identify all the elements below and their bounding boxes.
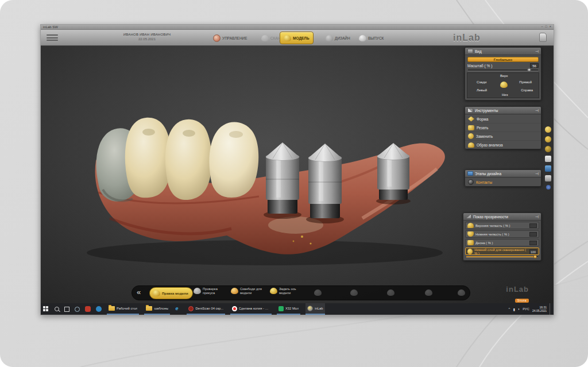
taskbar-window-x32[interactable]: X32 Мол (277, 303, 300, 315)
disabled-step-icon (458, 289, 465, 296)
pinned-app-blue-icon[interactable] (96, 306, 102, 312)
phase-tab-administration[interactable]: УПРАВЛЕНИЕ (213, 32, 247, 44)
phase-tab-label: МОДЕЛЬ (293, 36, 310, 40)
scale-slider-knob[interactable] (527, 68, 531, 72)
browser-app-icon (232, 306, 237, 311)
phase-tab-label: УПРАВЛЕНИЕ (222, 36, 247, 40)
jaw-tool-icon[interactable] (545, 146, 551, 152)
view-top-button[interactable]: Верх (500, 74, 508, 78)
view-left-button[interactable]: Левый (477, 88, 487, 92)
global-view-button[interactable]: Глобально (467, 57, 539, 62)
panel-pin-icon[interactable]: ⊣ (535, 215, 539, 219)
taskbar-window-label: Сделана копия - Ян... (239, 307, 270, 310)
view-direction-box: Верх Сзади Прямой Левый Справа Низ (467, 72, 539, 98)
disabled-step-icon (350, 289, 358, 296)
step-label: Правка модели (162, 292, 188, 295)
stepbar-back-button[interactable]: « (137, 288, 140, 296)
tool-item-cut[interactable]: Резать (465, 123, 541, 132)
panel-pin-icon[interactable]: ⊣ (535, 49, 539, 53)
window-titlebar[interactable]: inLab SW – □ × (41, 25, 554, 30)
taskbar-window-label: Рабочий стол (117, 307, 137, 310)
replace-tool-icon (468, 133, 474, 139)
notes-tool-icon[interactable] (545, 175, 551, 181)
pinned-app-red-icon[interactable] (85, 306, 91, 312)
transparency-slider-knob[interactable] (533, 255, 537, 258)
dot-tool-icon[interactable] (546, 185, 551, 190)
show-desktop-button[interactable] (550, 303, 551, 315)
row-label: Верхняя челюсть ( % ) (475, 224, 510, 227)
green-app-icon (278, 306, 284, 311)
tool-item-analysis[interactable]: Образ анализа (465, 140, 541, 149)
tray-expand-icon[interactable]: ^ (509, 307, 510, 311)
people-icon[interactable] (75, 307, 80, 312)
tools-panel-header[interactable]: Инструменты ⊣ (465, 107, 541, 114)
taskbar-window-label: DentScan 04 скр... (195, 307, 223, 310)
panel-pin-icon[interactable]: ⊣ (535, 109, 539, 113)
edge-browser-icon[interactable]: e (175, 306, 181, 312)
scale-label: Масштаб ( % ) (467, 64, 492, 68)
inlab-app-icon (307, 306, 313, 311)
analysis-tool-icon (468, 142, 474, 148)
app-header: ИВАНОВ ИВАН ИВАНОВИЧ 22.05.2021 УПРАВЛЕН… (41, 30, 554, 46)
glove-help-icon[interactable] (539, 33, 547, 42)
row-value (529, 223, 537, 228)
3d-viewport[interactable]: Вид ⊣ Глобально Масштаб ( % ) 56 Верх Сз… (41, 46, 554, 303)
menu-hamburger-icon[interactable] (47, 34, 58, 43)
disabled-step-icon (314, 289, 322, 296)
step-edit-model-active[interactable]: Правка модели (149, 287, 193, 299)
window-title: inLab SW (43, 25, 58, 29)
search-icon[interactable] (55, 307, 59, 311)
maximize-button[interactable]: □ (545, 25, 547, 29)
taskbar-window-templates-folder[interactable]: шаблоны (144, 303, 170, 315)
start-button-icon[interactable] (43, 306, 49, 312)
scale-value: 56 (530, 63, 539, 68)
tool-item-form[interactable]: Форма (465, 114, 541, 123)
transparency-panel-icon (466, 214, 471, 219)
lower-jaw-transparency-row[interactable]: Нижняя челюсть ( % ) (465, 230, 539, 238)
network-icon[interactable]: ◗ (518, 307, 520, 311)
view-panel-title: Вид (475, 49, 482, 53)
view-bottom-button[interactable]: Низ (502, 93, 508, 96)
view-panel-icon (467, 49, 473, 53)
document-tool-icon[interactable] (545, 156, 551, 162)
cut-tool-icon (468, 125, 474, 130)
view-panel-header[interactable]: Вид ⊣ (465, 48, 541, 55)
design-panel-title: Этапы дизайна (475, 172, 501, 176)
gingiva-transparency-row[interactable]: Десна ( % ) (465, 239, 539, 246)
taskbar-window-inlab[interactable]: inLab (305, 303, 324, 315)
taskbar-window-desktop-folder[interactable]: Рабочий стол (107, 303, 139, 315)
taskbar-clock[interactable]: 16:31 24.05.2021 (532, 306, 547, 312)
design-item-label: Контакты (476, 180, 492, 184)
panel-pin-icon[interactable]: ⊣ (535, 172, 539, 176)
step-scanbody[interactable]: Сканбоди для модели (231, 287, 266, 295)
minimize-button[interactable]: – (541, 25, 543, 29)
design-panel-header[interactable]: Этапы дизайна ⊣ (465, 170, 541, 177)
model-axis-step-icon (270, 288, 277, 294)
view-front-button[interactable]: Прямой (519, 80, 532, 84)
flag-tool-icon[interactable] (545, 165, 551, 172)
language-indicator[interactable]: РУС (523, 307, 529, 311)
task-view-icon[interactable] (64, 307, 69, 312)
transparency-slider[interactable] (466, 256, 538, 258)
close-button[interactable]: × (550, 25, 551, 29)
step-label: Сканбоди для модели (240, 287, 266, 295)
tool-item-replace[interactable]: Заменить (465, 132, 541, 140)
scale-slider[interactable] (468, 69, 538, 71)
upper-jaw-transparency-row[interactable]: Верхняя челюсть ( % ) (465, 222, 539, 229)
step-check-bite[interactable]: Проверка прикуса (194, 287, 229, 295)
view-right-button[interactable]: Справа (521, 88, 533, 92)
design-item-contacts[interactable]: Контакты (465, 177, 541, 186)
battery-icon[interactable]: ▮ (513, 307, 514, 311)
transparency-panel-header[interactable]: Показ прозрачности ⊣ (463, 213, 541, 221)
taskbar-window-dentscan[interactable]: DentScan 04 скр... (187, 303, 225, 315)
step-model-axis[interactable]: Задать ось модели (270, 287, 305, 295)
scan-layer-transparency-row[interactable]: Нижний слой для сканирования ( % ) 100 (465, 248, 539, 255)
phase-tab-model-active[interactable]: МОДЕЛЬ (280, 32, 314, 44)
tools-panel-title: Инструменты (475, 109, 498, 113)
phase-tab-design[interactable]: ДИЗАЙН (326, 32, 350, 44)
sphere-tool-icon[interactable] (545, 126, 551, 133)
phase-tab-production[interactable]: ВЫПУСК (359, 32, 384, 44)
tooth-tool-icon[interactable] (545, 136, 551, 142)
view-back-button[interactable]: Сзади (477, 80, 486, 84)
taskbar-window-browser-copy[interactable]: Сделана копия - Ян... (230, 303, 272, 315)
